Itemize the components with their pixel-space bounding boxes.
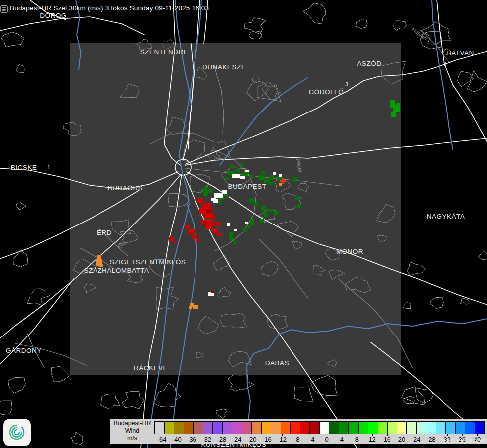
colorbar-bin — [291, 422, 300, 434]
colorbar-bin — [242, 422, 252, 434]
city-label: ASZÓD — [357, 60, 381, 67]
colorbar-bin — [310, 422, 320, 434]
tick-label: -40 — [172, 436, 182, 443]
city-label: BUDAÖRS — [108, 184, 143, 192]
city-label: ÉRD — [97, 229, 112, 236]
colorbar-bin — [184, 422, 194, 434]
tick-label: 12 — [368, 436, 375, 443]
tick-label: -64 — [157, 436, 167, 443]
road-number-label: 1 — [47, 164, 50, 170]
tick-label: -36 — [187, 436, 196, 443]
city-label: BUDAPEST — [228, 183, 267, 190]
colorbar-bin — [300, 422, 310, 434]
colorbar-bin — [436, 422, 446, 434]
city-label: SZENTENDRE — [140, 48, 189, 56]
colorbar-bin — [252, 422, 262, 434]
colorbar-bin — [465, 422, 475, 434]
legend-unit: m/s — [112, 435, 152, 442]
tick-label: 4 — [340, 436, 344, 443]
tick-label: 16 — [384, 436, 390, 443]
colorbar-bin — [155, 422, 165, 434]
city-label: NAGYKŐRÖS — [440, 437, 486, 445]
tick-label: -28 — [217, 436, 226, 443]
city-label: GÖDÖLLŐ — [309, 88, 344, 96]
city-label: NAGYKÁTA — [427, 213, 465, 220]
colorbar-bin — [329, 422, 339, 434]
colorbar-bin — [368, 422, 378, 434]
tick-label: -12 — [277, 436, 287, 443]
tick-label: -24 — [232, 436, 242, 443]
colorbar-bin — [194, 422, 203, 434]
city-label: SZÁZHALOMBATTA — [84, 267, 149, 274]
colorbar-bin — [475, 422, 485, 434]
map-canvas — [0, 0, 487, 448]
colorbar-bin — [320, 422, 330, 434]
tick-label: 24 — [413, 436, 420, 443]
radar-map[interactable]: DOROGSZENTENDREDUNAKESZIASZÓDHATVANGÖDÖL… — [0, 0, 487, 448]
colorbar-bin — [456, 422, 466, 434]
colorbar-bin — [339, 422, 349, 434]
swirl-icon — [3, 419, 31, 446]
weather-app-logo[interactable] — [3, 419, 31, 446]
colorbar-bin — [426, 422, 436, 434]
city-label: DUNAKESZI — [202, 63, 243, 71]
city-label: HATVAN — [446, 49, 474, 57]
wind-legend: Budapest-HR Wind m/s -64-40-36-32-28-24-… — [110, 419, 487, 444]
colorbar-bin — [388, 422, 397, 434]
legend-product: Budapest-HR — [112, 420, 152, 427]
tick-label: 8 — [355, 436, 359, 443]
colorbar-bin — [271, 422, 281, 434]
colorbar-bin — [407, 422, 417, 434]
colorbar-bin — [397, 422, 407, 434]
colorbar-bin — [203, 422, 213, 434]
colorbar-bin — [417, 422, 427, 434]
city-label: GÁRDONY — [6, 347, 42, 354]
colorbar-bin — [223, 422, 233, 434]
road-number-label: 3 — [443, 61, 446, 67]
tick-label: 0 — [325, 436, 328, 443]
colorbar-bin — [349, 422, 359, 434]
tick-label: -8 — [294, 436, 300, 443]
radar-coverage-area — [70, 43, 401, 375]
colorbar-bin — [174, 422, 184, 434]
tick-label: -4 — [309, 436, 315, 443]
city-label: DOROG — [40, 12, 67, 19]
tick-label: -16 — [262, 436, 272, 443]
tick-label: -32 — [202, 436, 211, 443]
city-label: SZIGETSZENTMIKLÓS — [110, 258, 186, 266]
colorbar-bin — [446, 422, 456, 434]
legend-info: Budapest-HR Wind m/s — [112, 420, 152, 442]
colorbar-bin — [378, 422, 388, 434]
map-title: Budapest-HR Szél 30km (m/s) 3 fokos Sund… — [10, 4, 209, 12]
site-logo-icon[interactable] — [0, 5, 9, 13]
wind-colorbar — [154, 421, 485, 434]
colorbar-bin — [262, 422, 272, 434]
city-label: DABAS — [265, 359, 289, 367]
colorbar-bin — [281, 422, 291, 434]
colorbar-bin — [359, 422, 369, 434]
tick-label: 20 — [398, 436, 405, 443]
colorbar-bin — [165, 422, 175, 434]
tick-label: -20 — [247, 436, 257, 443]
colorbar-bin — [232, 422, 242, 434]
city-label: RÁCKEVE — [134, 364, 168, 372]
city-label: MONOR — [336, 248, 363, 255]
city-label: BICSKE — [11, 164, 37, 171]
colorbar-ticks: -64-40-36-32-28-24-20-16-12-8-4048121620… — [154, 433, 485, 443]
colorbar-bin — [213, 422, 223, 434]
legend-quantity: Wind — [112, 427, 152, 435]
tick-label: 28 — [428, 436, 435, 443]
road-number-label: 3 — [345, 81, 348, 87]
